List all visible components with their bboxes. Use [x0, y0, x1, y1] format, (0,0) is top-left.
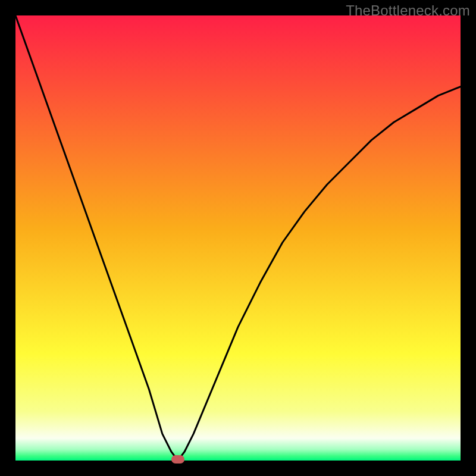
- plot-area: [15, 15, 461, 461]
- chart-frame: TheBottleneck.com: [0, 0, 476, 476]
- min-marker: [171, 455, 184, 464]
- plot-svg: [15, 15, 461, 461]
- plot-background: [15, 15, 461, 461]
